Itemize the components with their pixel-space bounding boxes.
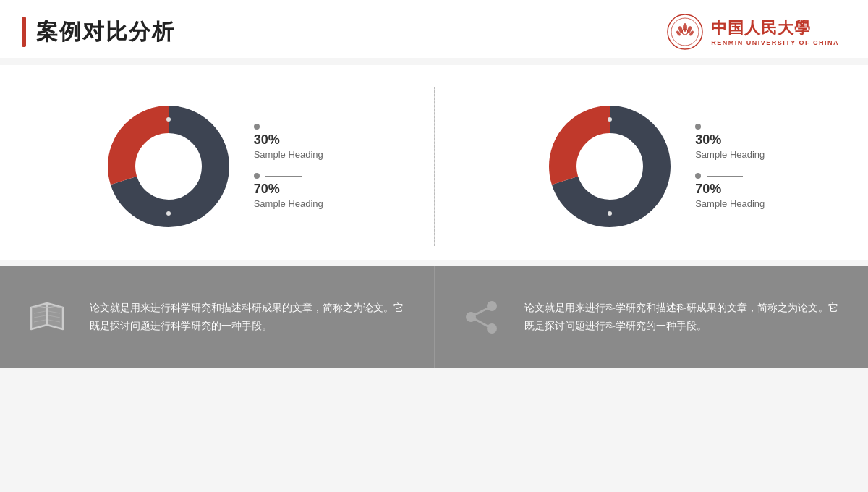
- bottom-section: 论文就是用来进行科学研究和描述科研成果的文章，简称之为论文。它既是探讨问题进行科…: [0, 266, 868, 368]
- donut-chart-1: [103, 101, 234, 232]
- legend-label-70-2: Sample Heading: [695, 198, 765, 209]
- legend-item-30-2: 30% Sample Heading: [695, 124, 765, 160]
- page-title: 案例对比分析: [36, 17, 175, 47]
- header-left: 案例对比分析: [22, 17, 175, 47]
- chart-legend-1: 30% Sample Heading 70% Sample Heading: [254, 124, 323, 209]
- legend-percent-30-2: 30%: [695, 132, 765, 148]
- legend-dot-70-2: [695, 173, 701, 179]
- svg-point-16: [608, 117, 612, 122]
- legend-item-70-1: 70% Sample Heading: [254, 173, 323, 209]
- legend-dot-70-1: [254, 173, 260, 179]
- svg-point-15: [578, 135, 642, 198]
- svg-line-29: [471, 317, 492, 328]
- header: 案例对比分析 中国人民大學 RENMIN UNIVERSITY OF CHINA: [0, 0, 868, 58]
- university-logo: 中国人民大學 RENMIN UNIVERSITY OF CHINA: [666, 13, 839, 51]
- chart-legend-2: 30% Sample Heading 70% Sample Heading: [695, 124, 765, 209]
- logo-chinese-text: 中国人民大學: [711, 17, 811, 39]
- book-icon: [22, 292, 72, 342]
- legend-item-30-1: 30% Sample Heading: [254, 124, 323, 160]
- section-divider: [434, 87, 435, 246]
- legend-label-70-1: Sample Heading: [254, 198, 323, 209]
- svg-line-28: [471, 306, 492, 317]
- legend-percent-30-1: 30%: [254, 132, 323, 148]
- accent-bar: [22, 17, 26, 47]
- legend-connector-1: [265, 127, 302, 127]
- svg-point-11: [166, 117, 171, 122]
- bottom-panel-left: 论文就是用来进行科学研究和描述科研成果的文章，简称之为论文。它既是探讨问题进行科…: [0, 266, 434, 368]
- bottom-text-left: 论文就是用来进行科学研究和描述科研成果的文章，简称之为论文。它既是探讨问题进行科…: [90, 299, 412, 335]
- bottom-panel-right: 论文就是用来进行科学研究和描述科研成果的文章，简称之为论文。它既是探讨问题进行科…: [434, 266, 869, 368]
- legend-label-30-1: Sample Heading: [254, 149, 323, 160]
- logo-text: 中国人民大學 RENMIN UNIVERSITY OF CHINA: [711, 17, 839, 46]
- share-icon: [456, 292, 507, 342]
- donut-chart-2: [545, 101, 675, 232]
- legend-label-30-2: Sample Heading: [695, 149, 765, 160]
- chart-block-2: 30% Sample Heading 70% Sample Heading: [442, 101, 869, 232]
- legend-item-70-2: 70% Sample Heading: [695, 173, 765, 209]
- bottom-text-right: 论文就是用来进行科学研究和描述科研成果的文章，简称之为论文。它既是探讨问题进行科…: [524, 299, 847, 335]
- svg-point-10: [137, 135, 200, 198]
- chart-block-1: 30% Sample Heading 70% Sample Heading: [0, 101, 427, 232]
- legend-percent-70-1: 70%: [254, 182, 323, 197]
- legend-connector-2: [265, 176, 302, 177]
- charts-section: 30% Sample Heading 70% Sample Heading: [0, 65, 868, 260]
- svg-point-17: [608, 211, 612, 216]
- svg-point-2: [683, 23, 687, 32]
- logo-seal-icon: [666, 13, 704, 51]
- svg-point-12: [166, 211, 171, 216]
- legend-dot-30-2: [695, 124, 701, 130]
- legend-dot-30-1: [254, 124, 260, 130]
- legend-connector-3: [707, 127, 743, 127]
- legend-percent-70-2: 70%: [695, 182, 765, 197]
- legend-connector-4: [707, 176, 743, 177]
- logo-english-text: RENMIN UNIVERSITY OF CHINA: [711, 39, 839, 46]
